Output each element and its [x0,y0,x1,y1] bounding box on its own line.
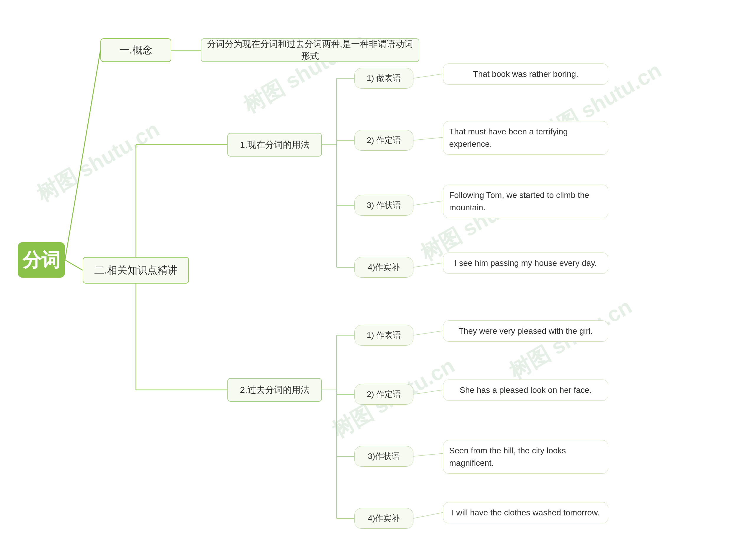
past-example-4: I will have the clothes washed tomorrow. [443,502,608,523]
svg-line-25 [413,453,443,456]
svg-line-16 [413,263,443,267]
svg-line-23 [413,331,443,335]
past-label-2: 2) 作定语 [354,384,413,405]
present-example-4: I see him passing my house every day. [443,253,608,274]
present-label-4: 4)作宾补 [354,257,413,278]
svg-line-15 [413,201,443,205]
past-label-1: 1) 作表语 [354,325,413,345]
past-label-3: 3)作状语 [354,446,413,467]
svg-line-13 [413,74,443,78]
past-example-2: She has a pleased look on her face. [443,380,608,401]
svg-line-26 [413,513,443,518]
present-example-3: Following Tom, we started to climb the m… [443,185,608,218]
svg-line-0 [65,50,100,260]
knowledge-node: 二.相关知识点精讲 [83,257,189,283]
present-label-3: 3) 作状语 [354,195,413,216]
concept-node: 一.概念 [100,38,171,62]
past-usage-node: 2.过去分词的用法 [227,378,322,402]
svg-line-1 [65,260,83,270]
present-usage-node: 1.现在分词的用法 [227,133,322,157]
past-example-3: Seen from the hill, the city looks magni… [443,440,608,474]
past-example-1: They were very pleased with the girl. [443,320,608,342]
svg-line-24 [413,390,443,394]
present-example-1: That book was rather boring. [443,63,608,85]
present-example-2: That must have been a terrifying experie… [443,121,608,155]
present-label-1: 1) 做表语 [354,68,413,88]
past-label-4: 4)作宾补 [354,508,413,529]
svg-line-14 [413,137,443,140]
watermark-1: 树图 shutu.cn [32,115,164,208]
root-node: 分词 [18,242,65,278]
concept-desc-node: 分词分为现在分词和过去分词两种,是一种非谓语动词形式 [201,38,420,62]
present-label-2: 2) 作定语 [354,130,413,151]
